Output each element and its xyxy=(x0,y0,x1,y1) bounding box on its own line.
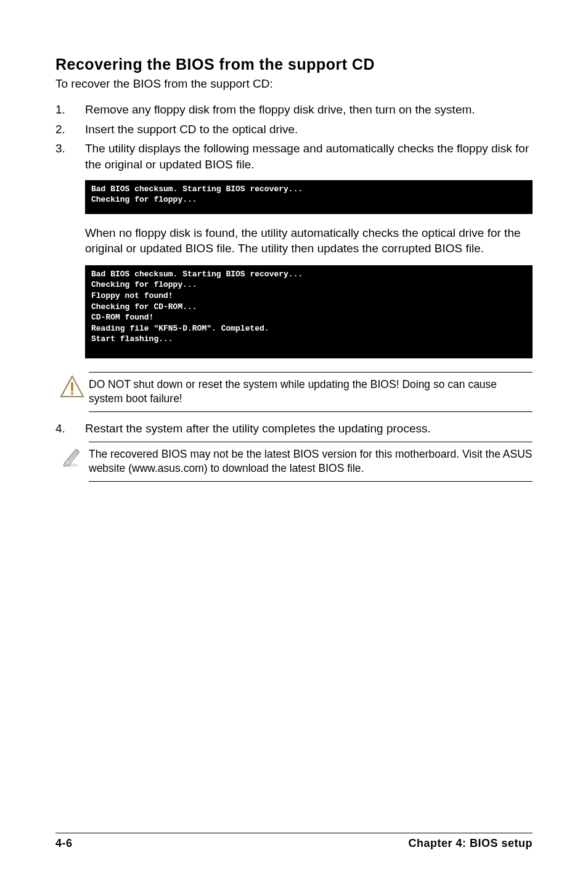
step-text: Remove any floppy disk from the floppy d… xyxy=(85,102,533,118)
step-item: 4. Restart the system after the utility … xyxy=(55,421,533,437)
step-item: 1. Remove any floppy disk from the flopp… xyxy=(55,102,533,118)
steps-list: 1. Remove any floppy disk from the flopp… xyxy=(55,102,533,173)
step-number: 2. xyxy=(55,122,85,138)
pencil-icon xyxy=(55,442,89,469)
steps-list-continued: 4. Restart the system after the utility … xyxy=(55,421,533,437)
terminal-output-1: Bad BIOS checksum. Starting BIOS recover… xyxy=(85,180,533,214)
terminal-output-2: Bad BIOS checksum. Starting BIOS recover… xyxy=(85,265,533,358)
info-text: The recovered BIOS may not be the latest… xyxy=(89,442,533,482)
warning-icon xyxy=(55,372,89,399)
warning-text: DO NOT shut down or reset the system whi… xyxy=(89,372,533,413)
step-number: 1. xyxy=(55,102,85,118)
section-heading: Recovering the BIOS from the support CD xyxy=(55,56,533,73)
step-item: 3. The utility displays the following me… xyxy=(55,141,533,172)
svg-point-1 xyxy=(71,392,73,395)
step-text: Restart the system after the utility com… xyxy=(85,421,533,437)
info-note: The recovered BIOS may not be the latest… xyxy=(55,442,533,482)
step-item: 2. Insert the support CD to the optical … xyxy=(55,122,533,138)
step-number: 4. xyxy=(55,421,85,437)
intro-text: To recover the BIOS from the support CD: xyxy=(55,77,533,91)
page-number: 4-6 xyxy=(55,837,73,850)
chapter-label: Chapter 4: BIOS setup xyxy=(408,837,533,850)
mid-paragraph: When no floppy disk is found, the utilit… xyxy=(85,225,533,257)
step-text: Insert the support CD to the optical dri… xyxy=(85,122,533,138)
page-footer: 4-6 Chapter 4: BIOS setup xyxy=(55,833,533,850)
warning-note: DO NOT shut down or reset the system whi… xyxy=(55,372,533,413)
step-text: The utility displays the following messa… xyxy=(85,141,533,172)
step-number: 3. xyxy=(55,141,85,172)
